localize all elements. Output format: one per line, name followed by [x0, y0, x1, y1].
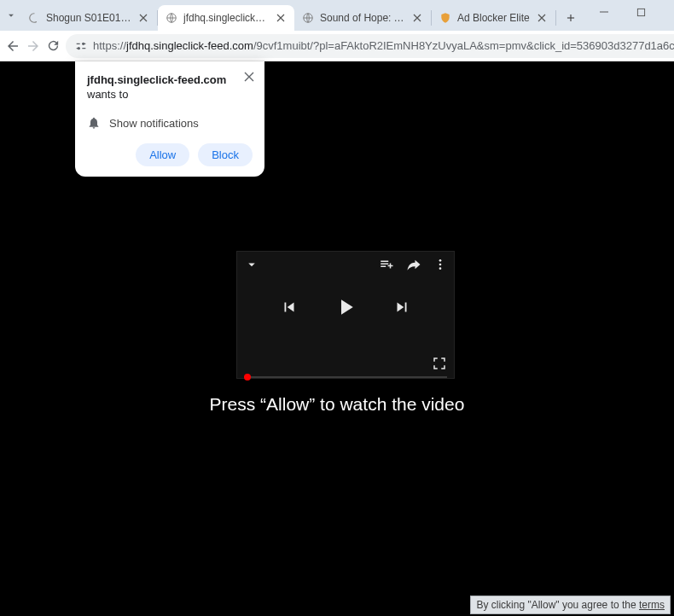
bell-icon: [87, 116, 101, 130]
notification-permission-popup: jfdhq.singleclick-feed.com wants to Show…: [75, 61, 264, 177]
skip-previous-icon: [280, 298, 299, 317]
minimize-icon: [599, 7, 609, 17]
plus-icon: [565, 12, 577, 24]
forward-icon: [26, 38, 41, 54]
notification-origin: jfdhq.singleclick-feed.com: [87, 73, 253, 86]
allow-button[interactable]: Allow: [136, 143, 189, 166]
tab-title: Sound of Hope: The Story: [320, 12, 405, 24]
fullscreen-button[interactable]: [432, 356, 447, 371]
queue-button[interactable]: [379, 257, 394, 272]
minimize-button[interactable]: [585, 0, 623, 24]
svg-point-10: [439, 259, 442, 262]
permission-row: Show notifications: [87, 116, 253, 130]
url-protocol: https://: [93, 39, 126, 52]
address-bar[interactable]: https://jfdhq.singleclick-feed.com/9cvf1…: [66, 34, 674, 58]
search-tabs-button[interactable]: [5, 3, 17, 27]
shield-icon: [439, 11, 452, 25]
play-icon: [333, 294, 358, 320]
video-player[interactable]: [236, 251, 455, 379]
close-popup-button[interactable]: [242, 70, 256, 84]
tab-title: Shogun S01E01.mp4: [46, 12, 131, 24]
chevron-down-icon: [244, 257, 259, 272]
playlist-add-icon: [379, 257, 394, 272]
globe-icon: [301, 11, 315, 25]
back-button[interactable]: [5, 34, 20, 58]
terms-link[interactable]: terms: [639, 599, 665, 611]
svg-point-11: [439, 264, 442, 266]
forward-button[interactable]: [26, 34, 41, 58]
tab-singleclick[interactable]: jfdhq.singleclick-feed.com/: [158, 5, 294, 31]
player-controls: [237, 277, 454, 337]
url-host: jfdhq.singleclick-feed.com: [126, 39, 253, 52]
progress-thumb[interactable]: [244, 374, 251, 381]
close-icon[interactable]: [137, 11, 150, 25]
more-vert-icon: [433, 258, 447, 271]
permission-label: Show notifications: [109, 117, 199, 130]
back-icon: [5, 38, 20, 54]
spinner-icon: [27, 11, 41, 25]
reload-button[interactable]: [46, 34, 61, 58]
svg-point-4: [82, 42, 84, 44]
url-text: https://jfdhq.singleclick-feed.com/9cvf1…: [93, 39, 674, 52]
tab-title: jfdhq.singleclick-feed.com/: [183, 12, 269, 24]
reload-icon: [46, 38, 61, 53]
tab-adblocker[interactable]: Ad Blocker Elite: [432, 5, 555, 31]
skip-next-icon: [392, 298, 411, 317]
close-icon[interactable]: [274, 11, 288, 25]
window-controls: [585, 0, 674, 31]
svg-point-12: [439, 267, 442, 270]
tab-separator: [555, 10, 556, 26]
browser-titlebar: Shogun S01E01.mp4 jfdhq.singleclick-feed…: [0, 0, 674, 31]
instruction-text: Press “Allow” to watch the video: [0, 394, 674, 415]
share-icon: [406, 257, 421, 272]
previous-button[interactable]: [280, 298, 299, 317]
tab-strip: Shogun S01E01.mp4 jfdhq.singleclick-feed…: [20, 0, 585, 31]
progress-bar[interactable]: [244, 376, 447, 378]
maximize-icon: [636, 8, 646, 17]
player-top-row: [237, 252, 454, 277]
tab-sound-of-hope[interactable]: Sound of Hope: The Story: [294, 5, 431, 31]
svg-point-3: [78, 47, 80, 49]
fullscreen-icon: [432, 356, 447, 371]
close-icon[interactable]: [535, 11, 549, 25]
new-tab-button[interactable]: [560, 7, 582, 29]
maximize-button[interactable]: [623, 0, 660, 24]
play-button[interactable]: [333, 294, 358, 320]
collapse-button[interactable]: [244, 257, 259, 272]
share-button[interactable]: [406, 257, 421, 272]
browser-toolbar: https://jfdhq.singleclick-feed.com/9cvf1…: [0, 31, 674, 61]
close-window-button[interactable]: [660, 0, 674, 24]
close-icon[interactable]: [410, 11, 424, 25]
terms-text: By clicking "Allow" you agree to the: [476, 599, 639, 611]
page-content: Press “Allow” to watch the video jfdhq.s…: [0, 61, 674, 616]
notification-actions: Allow Block: [87, 143, 253, 166]
more-button[interactable]: [433, 258, 447, 271]
close-icon: [244, 72, 254, 82]
next-button[interactable]: [392, 298, 411, 317]
terms-tooltip: By clicking "Allow" you agree to the ter…: [470, 596, 671, 614]
url-path: /9cvf1muibt/?pl=aFAktoR2IEmNH8YzUvyaLA&s…: [253, 39, 674, 52]
block-button[interactable]: Block: [198, 143, 253, 166]
tab-shogun[interactable]: Shogun S01E01.mp4: [20, 5, 157, 31]
notification-wants-to: wants to: [87, 88, 253, 101]
site-settings-icon[interactable]: [74, 39, 88, 53]
chevron-down-icon: [5, 9, 17, 21]
tab-title: Ad Blocker Elite: [457, 12, 530, 24]
svg-rect-2: [638, 9, 645, 15]
globe-icon: [165, 11, 178, 25]
